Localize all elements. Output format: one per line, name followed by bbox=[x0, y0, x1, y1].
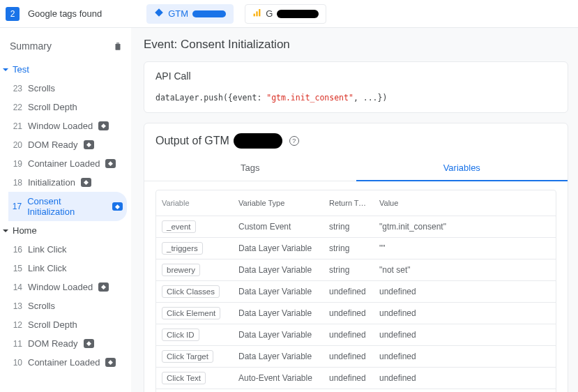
table-row[interactable]: Click ElementData Layer Variableundefine… bbox=[156, 303, 556, 324]
code-post: , ...}) bbox=[353, 93, 387, 103]
table-row[interactable]: _triggersData Layer Variablestring"" bbox=[156, 238, 556, 259]
event-number: 20 bbox=[11, 140, 22, 150]
table-row[interactable]: Click TextAuto-Event Variableundefinedun… bbox=[156, 368, 556, 389]
summary-label: Summary bbox=[10, 40, 52, 52]
caret-down-icon bbox=[3, 229, 8, 232]
cell-variable: _triggers bbox=[156, 238, 233, 259]
sidebar-event-item[interactable]: 11DOM Ready◆ bbox=[8, 334, 127, 353]
event-label: Consent Initialization bbox=[27, 196, 107, 217]
event-chip-icon: ◆ bbox=[112, 202, 123, 211]
variable-chip[interactable]: brewery bbox=[162, 264, 200, 276]
sidebar-event-item[interactable]: 12Scroll Depth bbox=[8, 315, 127, 334]
event-number: 21 bbox=[11, 121, 22, 131]
event-label: Link Click bbox=[28, 244, 67, 255]
cell-value: undefined bbox=[374, 347, 556, 365]
event-label: Scroll Depth bbox=[28, 319, 77, 330]
event-label: Container Loaded bbox=[28, 158, 100, 169]
tab-tags[interactable]: Tags bbox=[144, 156, 356, 181]
analytics-icon bbox=[252, 8, 261, 20]
sidebar-event-item[interactable]: 13Scrolls bbox=[8, 296, 127, 315]
th-value: Value bbox=[374, 195, 556, 211]
cell-return-type: undefined bbox=[324, 369, 374, 387]
variable-chip[interactable]: _triggers bbox=[162, 242, 203, 255]
sidebar-group-home[interactable]: Home bbox=[8, 221, 127, 240]
variable-chip[interactable]: Click Text bbox=[162, 372, 206, 384]
event-label: DOM Ready bbox=[28, 140, 78, 150]
delete-icon[interactable] bbox=[113, 41, 123, 51]
group-test-label: Test bbox=[13, 64, 29, 75]
variable-chip[interactable]: Click Element bbox=[162, 307, 220, 319]
cell-variable-type: Data Layer Variable bbox=[233, 261, 324, 279]
cell-variable-type: Custom Event bbox=[233, 218, 324, 236]
event-chip-icon: ◆ bbox=[105, 358, 116, 367]
cell-variable: Click ID bbox=[156, 324, 233, 345]
table-row[interactable]: _eventCustom Eventstring"gtm.init_consen… bbox=[156, 216, 556, 238]
tags-found-label: Google tags found bbox=[28, 8, 102, 19]
svg-rect-0 bbox=[254, 13, 255, 16]
ga-pill-prefix: G bbox=[266, 8, 273, 19]
sidebar-event-item[interactable]: 20DOM Ready◆ bbox=[8, 135, 127, 154]
cell-variable: brewery bbox=[156, 259, 233, 280]
th-variable: Variable bbox=[156, 195, 233, 211]
tag-pill-gtm[interactable]: GTM bbox=[146, 4, 234, 24]
event-chip-icon: ◆ bbox=[98, 121, 109, 130]
cell-return-type: string bbox=[324, 261, 374, 279]
event-number: 11 bbox=[11, 339, 22, 349]
sidebar-event-item[interactable]: 17Consent Initialization◆ bbox=[8, 192, 127, 221]
tab-variables[interactable]: Variables bbox=[356, 156, 568, 181]
event-chip-icon: ◆ bbox=[98, 282, 109, 292]
ga-id-redacted bbox=[277, 10, 319, 18]
sidebar-event-item[interactable]: 14Window Loaded◆ bbox=[8, 278, 127, 296]
sidebar-event-item[interactable]: 22Scroll Depth bbox=[8, 98, 127, 116]
sidebar-event-item[interactable]: 18Initialization◆ bbox=[8, 173, 127, 192]
event-chip-icon: ◆ bbox=[105, 159, 116, 168]
event-number: 19 bbox=[11, 159, 22, 169]
api-call-code: dataLayer.push({event: "gtm.init_consent… bbox=[144, 87, 568, 112]
cell-variable-type: Data Layer Variable bbox=[233, 304, 324, 322]
output-card: Output of GTM ? Tags Variables Variable … bbox=[144, 123, 568, 392]
group-home-label: Home bbox=[13, 225, 37, 236]
variable-chip[interactable]: Click Target bbox=[162, 350, 213, 363]
cell-value: undefined bbox=[374, 282, 556, 301]
cell-return-type: string bbox=[324, 218, 374, 236]
cell-variable: Click Classes bbox=[156, 281, 233, 302]
event-chip-icon: ◆ bbox=[84, 140, 94, 149]
event-title: Event: Consent Initialization bbox=[144, 38, 568, 52]
table-header-row: Variable Variable Type Return Type Value bbox=[156, 190, 556, 216]
event-number: 16 bbox=[11, 245, 22, 255]
event-label: Window Loaded bbox=[28, 282, 93, 292]
sidebar-event-item[interactable]: 16Link Click bbox=[8, 240, 127, 259]
cell-variable-type: Auto-Event Variable bbox=[233, 369, 324, 387]
cell-return-type: undefined bbox=[324, 347, 374, 365]
output-prefix-label: Output of GTM bbox=[155, 135, 229, 147]
variable-chip[interactable]: Click ID bbox=[162, 329, 199, 341]
help-icon[interactable]: ? bbox=[289, 136, 299, 146]
sidebar-summary-row[interactable]: Summary bbox=[8, 38, 127, 60]
table-row[interactable]: Click IDData Layer Variableundefinedunde… bbox=[156, 324, 556, 346]
table-row[interactable]: breweryData Layer Variablestring"not set… bbox=[156, 259, 556, 281]
cell-value: "not set" bbox=[374, 261, 556, 279]
gtm-id-redacted bbox=[192, 10, 226, 17]
cell-value: "" bbox=[374, 239, 556, 257]
variable-chip[interactable]: Click Classes bbox=[162, 285, 220, 298]
output-tabs: Tags Variables bbox=[144, 156, 568, 181]
sidebar-event-item[interactable]: 19Container Loaded◆ bbox=[8, 154, 127, 173]
svg-rect-1 bbox=[257, 11, 258, 16]
sidebar-event-item[interactable]: 15Link Click bbox=[8, 259, 127, 278]
th-type: Variable Type bbox=[233, 195, 324, 211]
sidebar-event-item[interactable]: 23Scrolls bbox=[8, 79, 127, 98]
cell-variable: Click Text bbox=[156, 368, 233, 389]
table-row[interactable]: Click URLData Layer Variableundefinedund… bbox=[156, 389, 556, 392]
topbar: 2 Google tags found GTM G bbox=[0, 0, 578, 28]
cell-return-type: undefined bbox=[324, 326, 374, 344]
sidebar-event-item[interactable]: 21Window Loaded◆ bbox=[8, 116, 127, 135]
tag-pill-ga[interactable]: G bbox=[245, 4, 326, 24]
event-label: Scrolls bbox=[28, 83, 55, 93]
variable-chip[interactable]: _event bbox=[162, 220, 196, 233]
sidebar-event-item[interactable]: 10Container Loaded◆ bbox=[8, 353, 127, 372]
cell-return-type: string bbox=[324, 239, 374, 257]
sidebar-group-test[interactable]: Test bbox=[8, 60, 127, 79]
event-chip-icon: ◆ bbox=[81, 178, 91, 187]
table-row[interactable]: Click ClassesData Layer Variableundefine… bbox=[156, 281, 556, 303]
table-row[interactable]: Click TargetData Layer Variableundefined… bbox=[156, 346, 556, 368]
